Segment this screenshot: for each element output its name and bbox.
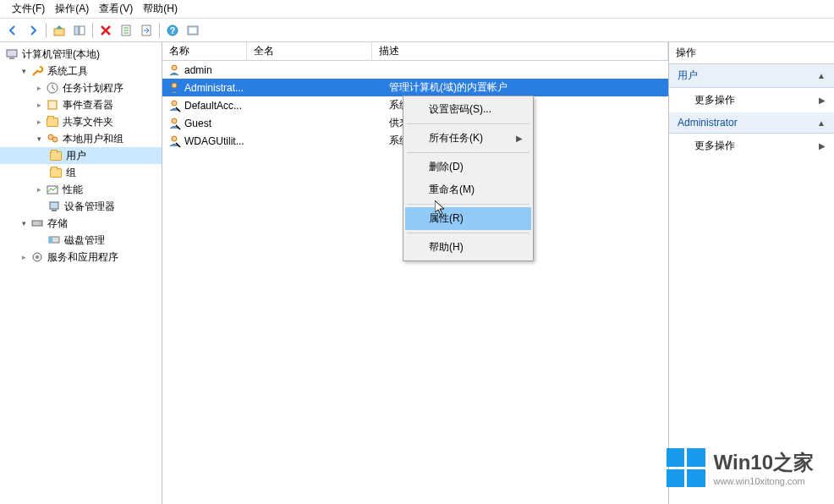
folder-icon — [49, 149, 63, 162]
folder-icon — [49, 166, 63, 179]
menu-file[interactable]: 文件(F) — [7, 0, 50, 18]
forward-button[interactable] — [24, 21, 42, 40]
tree-users[interactable]: 用户 — [0, 147, 162, 164]
menu-view[interactable]: 查看(V) — [94, 0, 138, 18]
properties-button[interactable] — [184, 21, 202, 40]
storage-icon — [30, 216, 44, 230]
actions-more-2[interactable]: 更多操作▶ — [669, 134, 834, 158]
cm-all-tasks[interactable]: 所有任务(K)▶ — [405, 127, 531, 150]
show-hide-button[interactable] — [70, 21, 89, 40]
col-name[interactable]: 名称 — [162, 42, 247, 60]
svg-rect-1 — [74, 26, 79, 35]
cm-properties[interactable]: 属性(R) — [405, 207, 531, 230]
actions-section-users[interactable]: 用户▲ — [669, 64, 834, 88]
disk-icon — [47, 233, 61, 247]
tree-local-users-groups[interactable]: 本地用户和组 — [0, 130, 162, 147]
collapse-icon: ▲ — [817, 118, 826, 128]
tree-shared-folders[interactable]: 共享文件夹 — [0, 113, 162, 130]
svg-point-28 — [172, 136, 177, 141]
computer-icon — [5, 47, 19, 61]
perf-icon — [46, 183, 59, 196]
list-row[interactable]: Administrat...管理计算机(域)的内置帐户 — [162, 79, 668, 96]
help-button[interactable]: ? — [163, 21, 182, 40]
cm-delete[interactable]: 删除(D) — [405, 156, 531, 178]
user-icon — [167, 81, 181, 95]
tree-services-apps[interactable]: 服务和应用程序 — [0, 249, 162, 266]
windows-logo-icon — [667, 448, 705, 487]
svg-point-14 — [52, 137, 58, 142]
list-header: 名称 全名 描述 — [162, 42, 668, 61]
user-disabled-icon — [167, 117, 181, 130]
tree-disk-management[interactable]: 磁盘管理 — [0, 232, 162, 249]
svg-rect-21 — [49, 237, 52, 243]
arrow-icon: ▶ — [819, 96, 826, 105]
list-row[interactable]: admin — [162, 61, 668, 79]
user-icon — [167, 63, 181, 77]
tree-pane[interactable]: 计算机管理(本地) 系统工具 任务计划程序 事件查看器 共享文件夹 本地用户和组… — [0, 42, 162, 504]
users-group-icon — [46, 132, 59, 145]
toolbar: ? — [0, 19, 834, 42]
svg-point-26 — [172, 101, 177, 106]
svg-rect-8 — [189, 28, 196, 33]
tree-device-manager[interactable]: 设备管理器 — [0, 198, 162, 215]
tree-root[interactable]: 计算机管理(本地) — [0, 46, 162, 63]
watermark: Win10之家 www.win10xitong.com — [667, 448, 814, 487]
collapse-icon: ▲ — [817, 71, 826, 80]
up-button[interactable] — [50, 21, 69, 40]
col-description[interactable]: 描述 — [372, 42, 668, 60]
event-icon — [46, 98, 59, 112]
tree-system-tools[interactable]: 系统工具 — [0, 63, 162, 79]
tree-groups[interactable]: 组 — [0, 164, 162, 181]
svg-rect-9 — [7, 50, 17, 57]
svg-point-24 — [172, 65, 177, 70]
cm-set-password[interactable]: 设置密码(S)... — [405, 98, 531, 121]
menu-bar: 文件(F) 操作(A) 查看(V) 帮助(H) — [0, 0, 834, 19]
actions-pane: 操作 用户▲ 更多操作▶ Administrator▲ 更多操作▶ — [669, 42, 834, 504]
refresh-button[interactable] — [117, 21, 135, 40]
arrow-icon: ▶ — [819, 141, 826, 151]
clock-icon — [46, 81, 59, 95]
svg-rect-2 — [80, 26, 85, 35]
tools-icon — [30, 64, 44, 78]
svg-point-27 — [172, 118, 177, 123]
actions-more-1[interactable]: 更多操作▶ — [669, 88, 834, 112]
svg-rect-16 — [50, 202, 58, 209]
svg-rect-10 — [9, 58, 14, 59]
services-icon — [30, 250, 44, 264]
export-button[interactable] — [137, 21, 156, 40]
shared-icon — [46, 115, 59, 129]
device-icon — [47, 200, 61, 213]
cm-rename[interactable]: 重命名(M) — [405, 178, 531, 201]
actions-title: 操作 — [669, 42, 834, 64]
user-disabled-icon — [167, 99, 181, 112]
user-disabled-icon — [167, 134, 181, 148]
tree-event-viewer[interactable]: 事件查看器 — [0, 96, 162, 113]
actions-section-admin[interactable]: Administrator▲ — [669, 112, 834, 134]
menu-action[interactable]: 操作(A) — [50, 0, 94, 18]
col-fullname[interactable]: 全名 — [247, 42, 372, 60]
menu-help[interactable]: 帮助(H) — [138, 0, 183, 18]
submenu-arrow-icon: ▶ — [516, 134, 523, 143]
svg-point-23 — [36, 255, 39, 259]
svg-point-25 — [172, 83, 177, 88]
svg-rect-0 — [54, 29, 64, 36]
context-menu: 设置密码(S)... 所有任务(K)▶ 删除(D) 重命名(M) 属性(R) 帮… — [403, 96, 534, 261]
tree-task-scheduler[interactable]: 任务计划程序 — [0, 79, 162, 96]
tree-performance[interactable]: 性能 — [0, 181, 162, 198]
tree-storage[interactable]: 存储 — [0, 215, 162, 232]
delete-button[interactable] — [96, 21, 115, 40]
cm-help[interactable]: 帮助(H) — [405, 236, 531, 259]
back-button[interactable] — [3, 21, 22, 40]
svg-rect-17 — [52, 210, 57, 211]
svg-rect-12 — [48, 101, 57, 109]
svg-text:?: ? — [170, 26, 175, 36]
svg-point-19 — [40, 222, 41, 224]
